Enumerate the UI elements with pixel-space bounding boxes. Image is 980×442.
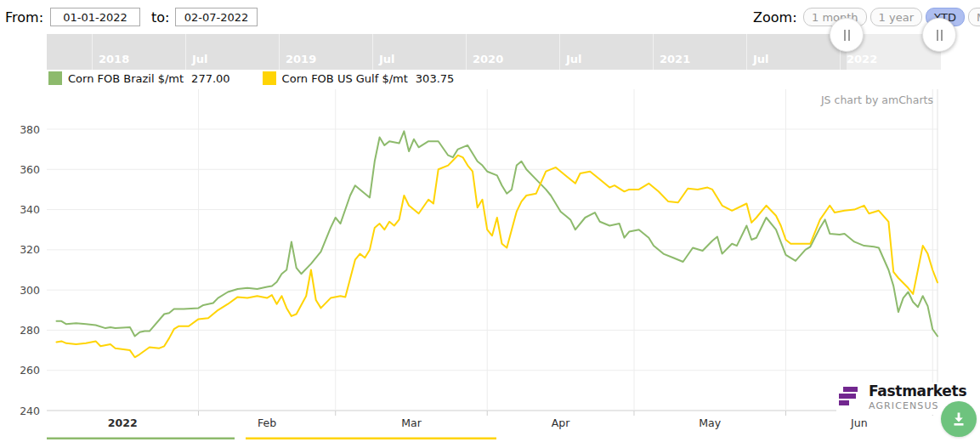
footer-line-brazil [47, 438, 235, 440]
x-axis-month-label: Apr [552, 416, 570, 429]
series-line-brazil[interactable] [57, 131, 938, 336]
x-axis-month-label: Mar [401, 416, 422, 429]
amcharts-credit[interactable]: JS chart by amCharts [821, 94, 933, 106]
y-axis-tick-label: 380 [20, 123, 40, 136]
y-axis-tick-label: 260 [20, 364, 40, 377]
grip-icon [844, 30, 850, 41]
y-axis-tick-label: 340 [20, 203, 40, 216]
fastmarkets-logo-icon [838, 386, 862, 408]
y-axis-tick-label: 280 [20, 324, 40, 337]
corn-price-chart-app: From: to: Zoom: 1 month1 yearYTDMAX 2018… [0, 0, 980, 442]
y-axis-tick-label: 240 [20, 405, 40, 417]
series-line-us-gulf[interactable] [57, 156, 938, 358]
y-axis-tick-label: 360 [20, 163, 40, 176]
x-axis-month-label: Jun [850, 416, 868, 429]
grip-icon [937, 30, 943, 41]
brand-name: Fastmarkets [869, 384, 966, 399]
download-arrow-icon [950, 411, 967, 428]
download-button[interactable] [941, 401, 977, 437]
y-axis-tick-label: 300 [20, 284, 40, 297]
footer-line-us-gulf [246, 438, 496, 440]
x-axis-month-label: May [699, 416, 721, 429]
y-axis-tick-label: 320 [20, 243, 40, 256]
scrollbar-right-handle-icon[interactable] [922, 18, 956, 52]
x-axis-month-label: Feb [258, 416, 276, 429]
x-axis-month-label: 2022 [108, 416, 138, 429]
scrollbar-left-handle-icon[interactable] [830, 18, 864, 52]
price-chart-svg[interactable]: 2402602803003203403603802022FebMarAprMay… [0, 0, 980, 442]
